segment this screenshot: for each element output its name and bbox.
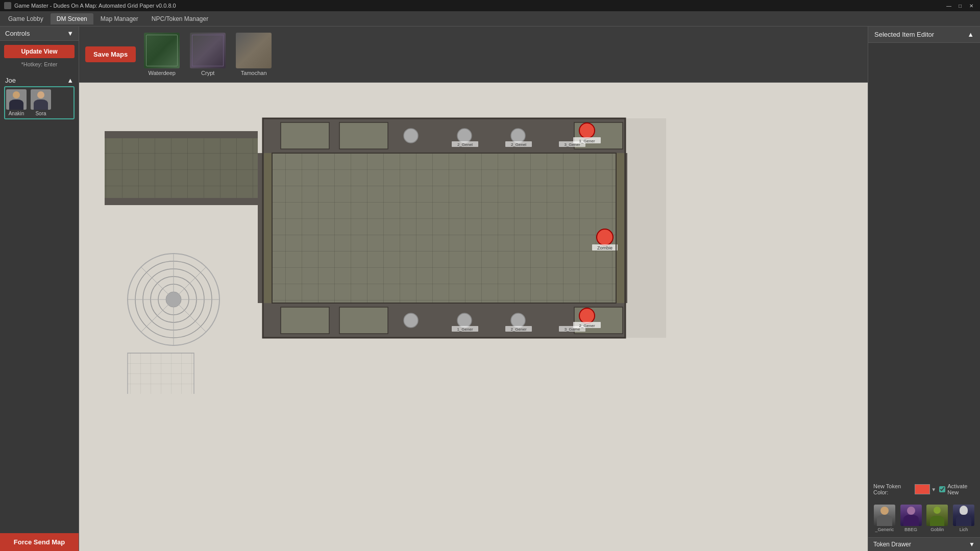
map-thumbnail-waterdeep[interactable]: Waterdeep	[142, 31, 182, 78]
tab-npc-token-manager[interactable]: NPC/Token Manager	[145, 13, 214, 24]
sidebar-controls: Update View *Hotkey: Enter	[0, 41, 79, 71]
save-maps-button[interactable]: Save Maps	[85, 46, 136, 62]
update-view-button[interactable]: Update View	[4, 45, 75, 58]
tab-game-lobby[interactable]: Game Lobby	[2, 13, 50, 24]
anakin-face	[6, 89, 27, 110]
main-layout: Controls ▼ Update View *Hotkey: Enter Jo…	[0, 27, 980, 551]
svg-rect-24	[339, 122, 388, 149]
activate-new-row: Activate New	[939, 483, 975, 495]
window-controls: — □ ✕	[944, 2, 976, 10]
svg-rect-59	[625, 303, 666, 338]
svg-point-51	[579, 308, 595, 323]
token-bbeg-label: BBEG	[904, 527, 917, 532]
map-toolbar: Save Maps Waterdeep Crypt Tamochan	[79, 27, 868, 83]
sora-face	[31, 89, 51, 110]
player-name: Joe	[5, 77, 16, 84]
token-lich-label: Lich	[960, 527, 968, 532]
svg-point-35	[579, 123, 595, 138]
svg-rect-2	[105, 131, 258, 205]
hotkey-label: *Hotkey: Enter	[4, 61, 75, 67]
svg-text:2_Genel: 2_Genel	[457, 142, 473, 147]
token-goblin-label: Goblin	[930, 527, 944, 532]
player-header[interactable]: Joe ▲	[4, 74, 75, 86]
token-bbeg-image	[900, 505, 922, 526]
menu-bar: Game Lobby DM Screen Map Manager NPC/Tok…	[0, 11, 980, 27]
svg-point-43	[511, 313, 525, 328]
map-thumbnail-tamochan[interactable]: Tamochan	[234, 31, 274, 78]
color-swatch-select[interactable]: ▼	[915, 484, 936, 494]
crypt-thumb-image	[190, 33, 226, 68]
svg-text:1_Gener: 1_Gener	[457, 327, 473, 332]
token-grid: _Generic BBEG Goblin Lich	[868, 499, 980, 537]
tab-dm-screen[interactable]: DM Screen	[51, 13, 93, 24]
token-generic-image	[874, 505, 895, 526]
map-canvas[interactable]: 2_Genel 2_Genel 3_Gener 1_Gener	[79, 83, 868, 551]
controls-label: Controls	[5, 30, 30, 37]
svg-text:2_Genel: 2_Genel	[511, 142, 526, 147]
token-sora[interactable]: Sora	[31, 89, 51, 116]
color-dropdown-arrow[interactable]: ▼	[931, 487, 936, 492]
tamochan-thumb-label: Tamochan	[241, 70, 267, 76]
activate-new-label: Activate New	[947, 483, 975, 495]
svg-point-54	[597, 229, 613, 245]
svg-point-26	[457, 129, 472, 143]
new-token-color-row: New Token Color: ▼ Activate New	[868, 479, 980, 499]
tamochan-thumb-image	[236, 33, 272, 68]
map-thumbnail-crypt[interactable]: Crypt	[188, 31, 228, 78]
svg-rect-23	[281, 122, 329, 149]
crypt-thumb-label: Crypt	[201, 70, 214, 76]
svg-point-42	[457, 313, 472, 328]
force-send-map-button[interactable]: Force Send Map	[0, 533, 79, 551]
player-section: Joe ▲ Anakin Sora	[0, 71, 79, 122]
token-sora-avatar	[31, 89, 51, 110]
waterdeep-thumb-label: Waterdeep	[149, 70, 176, 76]
svg-text:2_Gener: 2_Gener	[579, 323, 595, 328]
token-drawer-header[interactable]: Token Drawer ▼	[868, 537, 980, 551]
player-collapse-icon: ▲	[67, 77, 74, 84]
right-sidebar-body: New Token Color: ▼ Activate New _Generic	[868, 43, 980, 551]
tab-map-manager[interactable]: Map Manager	[94, 13, 144, 24]
app-title: Game Master - Dudes On A Map: Automated …	[14, 3, 176, 9]
svg-text:Zombie: Zombie	[597, 245, 612, 251]
waterdeep-thumb-image	[144, 33, 180, 68]
token-card-goblin[interactable]: Goblin	[926, 505, 949, 532]
selected-item-editor-label: Selected Item Editor	[874, 31, 934, 38]
close-button[interactable]: ✕	[967, 2, 976, 10]
player-tokens: Anakin Sora	[4, 86, 75, 119]
token-card-bbeg[interactable]: BBEG	[900, 505, 922, 532]
center-content: Save Maps Waterdeep Crypt Tamochan	[79, 27, 868, 551]
token-lich-image	[953, 505, 974, 526]
svg-rect-21	[272, 153, 616, 303]
minimize-button[interactable]: —	[944, 2, 953, 10]
token-card-lich[interactable]: Lich	[952, 505, 975, 532]
svg-rect-16	[128, 353, 194, 394]
svg-point-27	[511, 129, 525, 143]
color-swatch[interactable]	[915, 484, 930, 494]
controls-section-header[interactable]: Controls ▼	[0, 27, 79, 41]
svg-rect-4	[105, 198, 258, 205]
token-anakin[interactable]: Anakin	[6, 89, 27, 116]
svg-rect-3	[105, 131, 258, 138]
svg-rect-58	[625, 118, 666, 153]
maximize-button[interactable]: □	[955, 2, 965, 10]
token-drawer-label: Token Drawer	[873, 541, 911, 548]
svg-text:1_Gener: 1_Gener	[579, 139, 595, 143]
svg-point-41	[404, 313, 418, 328]
right-sidebar: Selected Item Editor ▲ New Token Color: …	[868, 27, 980, 551]
selected-item-editor-header[interactable]: Selected Item Editor ▲	[868, 27, 980, 43]
selected-item-collapse-icon: ▲	[967, 31, 974, 38]
svg-rect-40	[339, 307, 388, 334]
token-generic-label: _Generic	[875, 527, 894, 532]
activate-new-checkbox[interactable]	[939, 486, 945, 492]
token-drawer-expand-icon: ▼	[969, 541, 975, 548]
svg-rect-39	[281, 307, 329, 334]
token-card-generic[interactable]: _Generic	[873, 505, 896, 532]
token-anakin-avatar	[6, 89, 27, 110]
title-bar: Game Master - Dudes On A Map: Automated …	[0, 0, 980, 11]
token-goblin-image	[926, 505, 948, 526]
new-token-color-label: New Token Color:	[873, 483, 912, 495]
left-sidebar: Controls ▼ Update View *Hotkey: Enter Jo…	[0, 27, 79, 551]
controls-collapse-icon: ▼	[67, 30, 74, 37]
token-sora-label: Sora	[35, 111, 46, 116]
svg-point-25	[404, 129, 418, 143]
